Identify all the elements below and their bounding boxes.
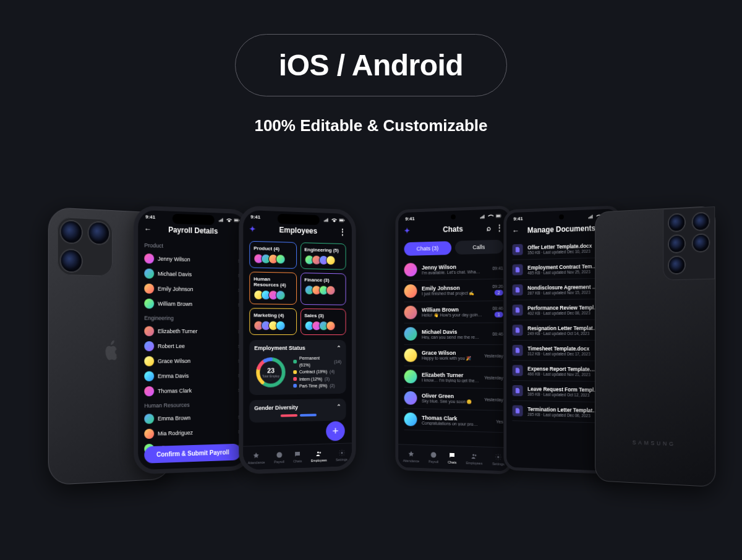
- employee-name: William Brown: [158, 300, 234, 307]
- chat-time: 09:26: [492, 284, 503, 289]
- payroll-row[interactable]: Elizabeth Turner$: [144, 324, 241, 339]
- avatar: [404, 306, 417, 320]
- more-icon[interactable]: ⋮: [496, 223, 503, 232]
- tab-employees[interactable]: Employees: [466, 452, 483, 465]
- document-icon: [513, 284, 523, 295]
- tab-chats[interactable]: Chats (3): [404, 241, 451, 256]
- tab-settings[interactable]: Settings: [492, 453, 505, 466]
- dept-name: Finance (3): [304, 277, 342, 283]
- employee-name: Emma Brown: [158, 414, 234, 422]
- doc-meta: 287 KB · Last updated Nov 15, 2023: [527, 290, 599, 295]
- avatar: [144, 356, 154, 366]
- chat-preview: Happy to work with you 🎉: [422, 356, 479, 361]
- chat-name: Elizabeth Turner: [422, 371, 479, 378]
- chat-row[interactable]: Jenny WilsonI'm available. Let's chat. W…: [404, 257, 503, 281]
- payroll-row[interactable]: Emma Davis$: [144, 368, 241, 384]
- chat-time: Yesterday: [484, 375, 503, 380]
- payroll-row[interactable]: Thomas Clark$: [144, 383, 241, 399]
- app-logo-icon: ✦: [249, 224, 255, 233]
- chat-row[interactable]: Michael DavisHey, can you send me the re…: [404, 323, 503, 346]
- confirm-payroll-button[interactable]: Confirm & Submit Payroll: [144, 444, 241, 464]
- payroll-row[interactable]: Grace Wilson$: [144, 354, 241, 369]
- chat-time: 08:46: [492, 306, 503, 310]
- svg-point-18: [472, 454, 474, 456]
- chat-row[interactable]: Grace WilsonHappy to work with you 🎉Yest…: [404, 345, 503, 367]
- dept-card[interactable]: Finance (3): [300, 273, 346, 305]
- chat-time: Yes: [496, 419, 503, 423]
- tab-label: Attendance: [403, 459, 419, 463]
- back-icon[interactable]: ←: [144, 224, 151, 234]
- avatar: [326, 286, 335, 295]
- payroll-row[interactable]: William Brown$: [144, 296, 241, 312]
- section-header: Product: [144, 242, 241, 251]
- dept-name: Sales (3): [304, 313, 342, 318]
- back-icon[interactable]: ←: [513, 226, 519, 235]
- employee-name: Thomas Clark: [158, 387, 234, 394]
- chat-name: Grace Wilson: [422, 350, 479, 356]
- tab-attendance[interactable]: Attendance: [403, 450, 419, 463]
- chat-row[interactable]: Thomas ClarkCongratulations on your pro……: [404, 409, 503, 433]
- chat-preview: Sky blue. See you soon 😊: [422, 399, 479, 405]
- svg-point-14: [341, 452, 343, 454]
- dept-name: Engineering (5): [304, 247, 342, 253]
- gender-diversity-panel[interactable]: Gender Diversity⌃: [249, 399, 346, 423]
- unread-badge: 1: [495, 312, 503, 317]
- dept-card[interactable]: Product (4): [249, 241, 296, 269]
- svg-rect-5: [344, 219, 344, 221]
- tab-chats[interactable]: Chats: [448, 451, 456, 464]
- tab-attendance[interactable]: Attendance: [248, 451, 265, 464]
- tab-calls[interactable]: Calls: [454, 240, 503, 255]
- avatar: [326, 321, 335, 331]
- panel-title: Employment Status: [254, 345, 305, 351]
- samsung-logo: SAMSUNG: [633, 439, 676, 448]
- tab-employees[interactable]: Employees: [311, 449, 327, 462]
- status-time: 9:41: [145, 214, 155, 220]
- tab-payroll[interactable]: Payroll: [429, 451, 438, 463]
- payroll-row[interactable]: Robert Lee$: [144, 339, 241, 354]
- chat-row[interactable]: Oliver GreenSky blue. See you soon 😊Yest…: [404, 388, 503, 411]
- dept-name: Marketing (4): [254, 312, 292, 318]
- dept-card[interactable]: Human Resources (4): [249, 271, 296, 305]
- avatar: [404, 370, 417, 383]
- tab-chats[interactable]: Chats: [293, 450, 302, 462]
- document-icon: [513, 325, 523, 336]
- chat-row[interactable]: Elizabeth TurnerI know… I'm trying to ge…: [404, 366, 503, 389]
- chat-time: Yesterday: [484, 354, 503, 358]
- document-icon: [513, 365, 523, 376]
- section-header: Engineering: [144, 315, 241, 321]
- avatar: [144, 326, 154, 336]
- chat-row[interactable]: Emily JohnsonI just finished that projec…: [404, 279, 503, 302]
- chat-preview: I know… I'm trying to get the…: [422, 378, 479, 383]
- screen-title: Payroll Details: [168, 226, 218, 236]
- tab-settings[interactable]: Settings: [336, 449, 348, 461]
- employee-name: Emma Davis: [158, 372, 234, 379]
- status-time: 9:41: [513, 216, 522, 221]
- payroll-row[interactable]: Jenny Wilson$: [144, 251, 241, 268]
- chevron-up-icon[interactable]: ⌃: [336, 404, 341, 410]
- avatar: [404, 327, 417, 341]
- payroll-row[interactable]: Michael Davis$: [144, 266, 241, 282]
- total-count: 23: [267, 367, 275, 374]
- avatar: [144, 268, 154, 279]
- avatar: [144, 341, 154, 351]
- employment-status-panel: Employment Status⌃ 23Total Employ Perman…: [249, 340, 346, 395]
- screen-title: Employees: [279, 226, 317, 235]
- avatar: [144, 371, 154, 381]
- tab-payroll[interactable]: Payroll: [274, 451, 284, 464]
- document-icon: [513, 305, 523, 316]
- dept-card[interactable]: Sales (3): [300, 308, 346, 335]
- search-icon[interactable]: ⌕: [487, 224, 491, 232]
- section-header: Human Resources: [144, 401, 241, 409]
- total-label: Total Employ: [262, 374, 279, 378]
- dept-card[interactable]: Marketing (4): [249, 308, 296, 335]
- chevron-up-icon[interactable]: ⌃: [336, 345, 341, 351]
- app-logo-icon: ✦: [404, 226, 410, 235]
- legend-item: Part-Time (8%) (2): [293, 382, 341, 389]
- doc-meta: 402 KB · Last updated Dec 08, 2023: [527, 310, 599, 315]
- chat-row[interactable]: William BrownHello! 👋 How's your day goi…: [404, 301, 503, 323]
- payroll-row[interactable]: Emily Johnson$: [144, 281, 241, 297]
- dept-card[interactable]: Engineering (5): [300, 242, 346, 269]
- more-icon[interactable]: ⋮: [339, 227, 346, 236]
- svg-rect-1: [234, 219, 238, 221]
- avatar: [144, 299, 154, 308]
